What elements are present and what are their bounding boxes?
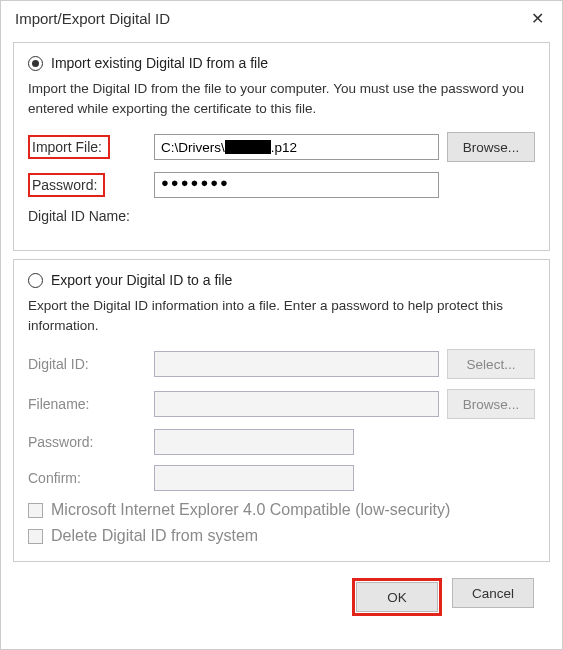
export-confirm-input: [154, 465, 354, 491]
import-section: Import existing Digital ID from a file I…: [13, 42, 550, 251]
import-radio-label: Import existing Digital ID from a file: [51, 55, 268, 71]
import-password-input[interactable]: ●●●●●●●: [154, 172, 439, 198]
import-file-value-prefix: C:\Drivers\: [161, 140, 225, 155]
delete-checkbox-label: Delete Digital ID from system: [51, 527, 258, 545]
dialog-content: Import existing Digital ID from a file I…: [1, 34, 562, 642]
export-filename-row: Filename: Browse...: [28, 389, 535, 419]
import-file-label: Import File:: [28, 135, 110, 159]
import-file-row: Import File: C:\Drivers\.p12 Browse...: [28, 132, 535, 162]
delete-checkbox: [28, 529, 43, 544]
import-radio-row[interactable]: Import existing Digital ID from a file: [28, 55, 535, 71]
ie4-checkbox: [28, 503, 43, 518]
import-password-label-cell: Password:: [28, 173, 146, 197]
redacted-filename: [225, 140, 271, 154]
export-digitalid-row: Digital ID: Select...: [28, 349, 535, 379]
dialog-title: Import/Export Digital ID: [15, 10, 170, 27]
export-filename-label: Filename:: [28, 396, 146, 412]
export-radio[interactable]: [28, 273, 43, 288]
titlebar: Import/Export Digital ID ✕: [1, 1, 562, 34]
export-filename-input: [154, 391, 439, 417]
dialog-window: Import/Export Digital ID ✕ Import existi…: [0, 0, 563, 650]
browse-import-button[interactable]: Browse...: [447, 132, 535, 162]
import-file-input[interactable]: C:\Drivers\.p12: [154, 134, 439, 160]
export-section: Export your Digital ID to a file Export …: [13, 259, 550, 562]
export-confirm-label: Confirm:: [28, 470, 146, 486]
import-password-input-cell: ●●●●●●●: [154, 172, 439, 198]
export-confirm-row: Confirm:: [28, 465, 535, 491]
dialog-footer: OK Cancel: [13, 570, 550, 630]
select-button: Select...: [447, 349, 535, 379]
export-password-row: Password:: [28, 429, 535, 455]
delete-checkbox-row: Delete Digital ID from system: [28, 527, 535, 545]
ie4-checkbox-row: Microsoft Internet Explorer 4.0 Compatib…: [28, 501, 535, 519]
import-file-label-cell: Import File:: [28, 135, 146, 159]
export-password-label: Password:: [28, 434, 146, 450]
export-digitalid-input: [154, 351, 439, 377]
digital-id-name-row: Digital ID Name:: [28, 208, 535, 224]
digital-id-name-label: Digital ID Name:: [28, 208, 146, 224]
ie4-checkbox-label: Microsoft Internet Explorer 4.0 Compatib…: [51, 501, 450, 519]
import-password-label: Password:: [28, 173, 105, 197]
ok-button[interactable]: OK: [356, 582, 438, 612]
export-radio-row[interactable]: Export your Digital ID to a file: [28, 272, 535, 288]
import-radio[interactable]: [28, 56, 43, 71]
export-password-input: [154, 429, 354, 455]
import-file-input-cell: C:\Drivers\.p12: [154, 134, 439, 160]
import-description: Import the Digital ID from the file to y…: [28, 79, 535, 118]
export-digitalid-label: Digital ID:: [28, 356, 146, 372]
import-password-row: Password: ●●●●●●●: [28, 172, 535, 198]
export-radio-label: Export your Digital ID to a file: [51, 272, 232, 288]
close-icon[interactable]: ✕: [527, 9, 548, 28]
browse-export-button: Browse...: [447, 389, 535, 419]
import-file-value-suffix: .p12: [271, 140, 297, 155]
ok-highlight: OK: [352, 578, 442, 616]
export-description: Export the Digital ID information into a…: [28, 296, 535, 335]
cancel-button[interactable]: Cancel: [452, 578, 534, 608]
